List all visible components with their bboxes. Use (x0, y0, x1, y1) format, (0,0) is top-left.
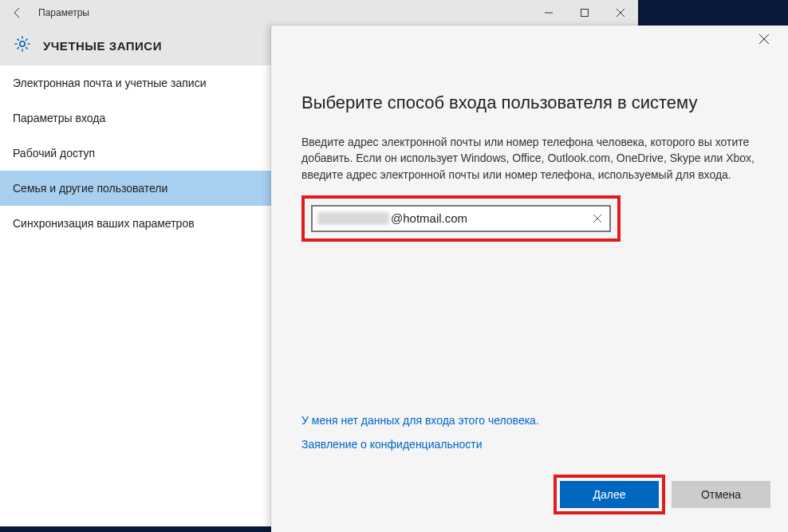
add-user-dialog: Выберите способ входа пользователя в сис… (271, 26, 788, 532)
back-button[interactable] (0, 0, 35, 26)
dialog-title: Выберите способ входа пользователя в сис… (301, 93, 758, 113)
nav-item-4[interactable]: Синхронизация ваших параметров (0, 206, 271, 241)
svg-rect-1 (581, 10, 588, 17)
link-no-signin-info[interactable]: У меня нет данных для входа этого челове… (301, 414, 539, 427)
svg-point-4 (20, 41, 25, 46)
maximize-button[interactable] (566, 0, 602, 26)
nav-item-2[interactable]: Рабочий доступ (0, 136, 271, 171)
next-button-highlight-annotation: Далее (554, 475, 665, 514)
nav-item-3[interactable]: Семья и другие пользователи (0, 171, 271, 206)
nav-item-0[interactable]: Электронная почта и учетные записи (0, 65, 271, 100)
dialog-description: Введите адрес электронной почты или номе… (301, 134, 758, 183)
dialog-buttons: Далее Отмена (554, 475, 770, 514)
window-controls (530, 0, 638, 26)
settings-titlebar: Параметры (0, 0, 638, 26)
dialog-links: У меня нет данных для входа этого челове… (301, 414, 539, 462)
settings-nav: Электронная почта и учетные записиПараме… (0, 65, 271, 526)
redacted-username (317, 212, 389, 225)
next-button[interactable]: Далее (560, 481, 659, 508)
dialog-content: Выберите способ входа пользователя в сис… (271, 53, 788, 242)
email-input-wrap[interactable] (311, 205, 611, 232)
minimize-button[interactable] (530, 0, 566, 26)
close-icon[interactable] (751, 26, 777, 52)
gear-icon (13, 34, 32, 57)
dialog-close-row (271, 26, 788, 53)
email-input[interactable] (391, 211, 590, 225)
input-highlight-annotation (301, 195, 621, 242)
link-privacy-statement[interactable]: Заявление о конфиденциальности (301, 438, 539, 451)
close-button[interactable] (602, 0, 638, 26)
nav-item-1[interactable]: Параметры входа (0, 100, 271, 136)
settings-header-title: УЧЕТНЫЕ ЗАПИСИ (43, 39, 162, 53)
cancel-button[interactable]: Отмена (672, 481, 770, 508)
clear-input-icon[interactable] (590, 211, 605, 226)
